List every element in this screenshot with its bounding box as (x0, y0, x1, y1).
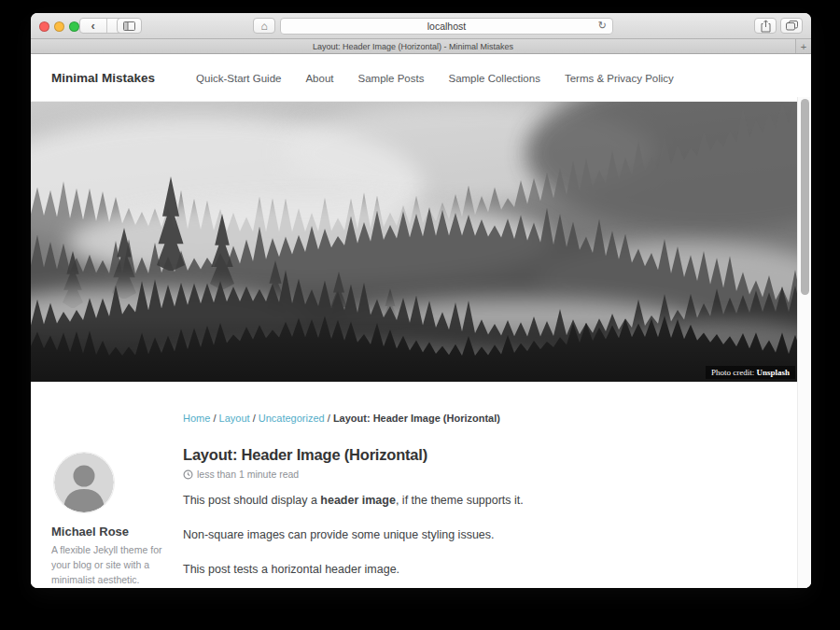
scrollbar-thumb[interactable] (801, 99, 809, 295)
url-text: localhost (427, 21, 466, 32)
author-name: Michael Rose (51, 525, 183, 539)
photo-credit-source[interactable]: Unsplash (756, 368, 790, 377)
home-icon: ⌂ (260, 20, 267, 33)
site-title-link[interactable]: Minimal Mistakes (51, 71, 155, 85)
page-title: Layout: Header Image (Horizontal) (183, 446, 727, 464)
breadcrumb-separator: / (213, 413, 216, 424)
nav-item-sample-posts[interactable]: Sample Posts (358, 73, 425, 84)
nav-item-terms-privacy[interactable]: Terms & Privacy Policy (565, 73, 674, 84)
back-button[interactable]: ‹ (80, 19, 106, 33)
tabs-icon (786, 21, 798, 31)
home-button[interactable]: ⌂ (253, 18, 275, 34)
browser-window: ‹ › ⌂ localhost ↻ Layout: Header Image (… (31, 13, 811, 588)
post-layout: Michael Rose A flexible Jekyll theme for… (31, 382, 811, 587)
scrollbar-track[interactable] (797, 97, 811, 588)
breadcrumb: Home / Layout / Uncategorized / Layout: … (183, 413, 727, 424)
zoom-window-button[interactable] (69, 21, 79, 32)
new-tab-button[interactable]: + (795, 39, 811, 53)
breadcrumb-separator: / (253, 413, 256, 424)
nav-item-about[interactable]: About (305, 73, 333, 84)
tab-overview-button[interactable] (780, 18, 803, 34)
read-time: less than 1 minute read (183, 469, 727, 480)
breadcrumb-home-link[interactable]: Home (183, 413, 210, 424)
paragraph: Non-square images can provide some uniqu… (183, 526, 727, 543)
tab-bar: Layout: Header Image (Horizontal) - Mini… (31, 39, 811, 54)
header-image: Photo credit: Unsplash (31, 102, 811, 382)
primary-nav: Quick-Start Guide About Sample Posts Sam… (196, 73, 674, 84)
paragraph: This post should display a header image,… (183, 492, 727, 509)
breadcrumb-layout-link[interactable]: Layout (219, 413, 250, 424)
paragraph: This post tests a horizontal header imag… (183, 561, 727, 578)
breadcrumb-separator: / (328, 413, 330, 424)
web-page: Minimal Mistakes Quick-Start Guide About… (31, 55, 811, 588)
share-icon (761, 20, 771, 33)
browser-toolbar: ‹ › ⌂ localhost ↻ (31, 13, 811, 39)
address-bar[interactable]: localhost ↻ (280, 18, 613, 35)
photo-credit: Photo credit: Unsplash (706, 366, 795, 379)
tab-title: Layout: Header Image (Horizontal) - Mini… (313, 42, 513, 51)
active-tab[interactable]: Layout: Header Image (Horizontal) - Mini… (31, 39, 795, 53)
masthead: Minimal Mistakes Quick-Start Guide About… (31, 55, 811, 102)
clock-icon (183, 469, 193, 480)
share-button[interactable] (754, 18, 777, 34)
nav-item-sample-collections[interactable]: Sample Collections (448, 73, 539, 84)
close-window-button[interactable] (39, 21, 49, 32)
author-bio: A flexible Jekyll theme for your blog or… (51, 543, 182, 587)
back-icon: ‹ (91, 19, 95, 33)
minimize-window-button[interactable] (54, 21, 64, 32)
reload-icon[interactable]: ↻ (598, 20, 607, 32)
window-controls (39, 21, 79, 32)
breadcrumb-current: Layout: Header Image (Horizontal) (333, 413, 500, 424)
author-sidebar: Michael Rose A flexible Jekyll theme for… (31, 382, 183, 587)
author-avatar (54, 453, 114, 512)
plus-icon: + (801, 41, 806, 52)
post-content: Home / Layout / Uncategorized / Layout: … (183, 382, 811, 587)
foggy-forest-illustration (31, 102, 811, 382)
sidebar-icon (123, 21, 135, 31)
nav-item-quick-start-guide[interactable]: Quick-Start Guide (196, 73, 281, 84)
sidebar-toggle-button[interactable] (117, 18, 142, 34)
photo-credit-label: Photo credit: (711, 368, 757, 377)
read-time-text: less than 1 minute read (197, 469, 299, 480)
breadcrumb-uncategorized-link[interactable]: Uncategorized (259, 413, 325, 424)
